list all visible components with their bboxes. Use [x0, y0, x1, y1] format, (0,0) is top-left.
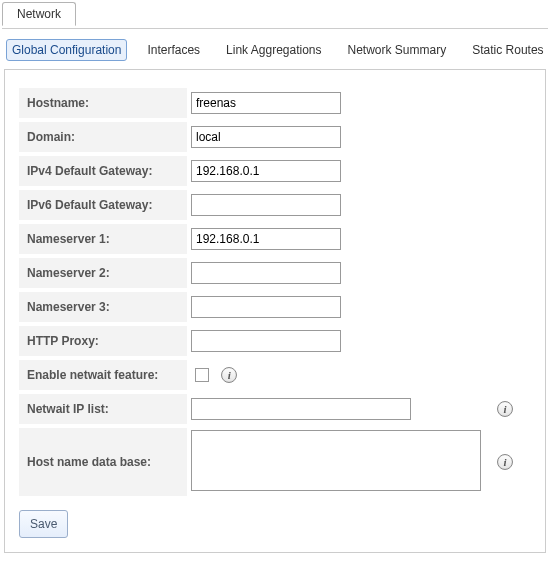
label-ipv4-gateway: IPv4 Default Gateway: [19, 156, 187, 186]
label-ipv6-gateway: IPv6 Default Gateway: [19, 190, 187, 220]
label-nameserver3: Nameserver 3: [19, 292, 187, 322]
domain-input[interactable] [191, 126, 341, 148]
network-window: Network Global Configuration Interfaces … [0, 0, 550, 575]
tab-interfaces[interactable]: Interfaces [141, 39, 206, 61]
global-config-panel: Hostname: Domain: IPv4 Default Gateway: … [4, 69, 546, 553]
label-hostdb: Host name data base: [19, 428, 187, 496]
netwait-ip-input[interactable] [191, 398, 411, 420]
info-icon[interactable]: i [497, 454, 513, 470]
ipv6-gateway-input[interactable] [191, 194, 341, 216]
tab-static-routes[interactable]: Static Routes [466, 39, 549, 61]
label-netwait-ip: Netwait IP list: [19, 394, 187, 424]
label-domain: Domain: [19, 122, 187, 152]
info-icon[interactable]: i [497, 401, 513, 417]
label-netwait: Enable netwait feature: [19, 360, 187, 390]
nameserver2-input[interactable] [191, 262, 341, 284]
tab-network[interactable]: Network [2, 2, 76, 26]
outer-panel: Global Configuration Interfaces Link Agg… [2, 28, 548, 575]
nameserver3-input[interactable] [191, 296, 341, 318]
hostdb-textarea[interactable] [191, 430, 481, 491]
label-nameserver2: Nameserver 2: [19, 258, 187, 288]
tab-network-label: Network [17, 7, 61, 21]
label-hostname: Hostname: [19, 88, 187, 118]
nameserver1-input[interactable] [191, 228, 341, 250]
subtabs: Global Configuration Interfaces Link Agg… [2, 29, 548, 69]
tab-link-aggregations[interactable]: Link Aggregations [220, 39, 327, 61]
http-proxy-input[interactable] [191, 330, 341, 352]
ipv4-gateway-input[interactable] [191, 160, 341, 182]
info-icon[interactable]: i [221, 367, 237, 383]
save-button[interactable]: Save [19, 510, 68, 538]
label-http-proxy: HTTP Proxy: [19, 326, 187, 356]
hostname-input[interactable] [191, 92, 341, 114]
netwait-checkbox[interactable] [195, 368, 209, 382]
tab-global-configuration[interactable]: Global Configuration [6, 39, 127, 61]
label-nameserver1: Nameserver 1: [19, 224, 187, 254]
tab-network-summary[interactable]: Network Summary [342, 39, 453, 61]
